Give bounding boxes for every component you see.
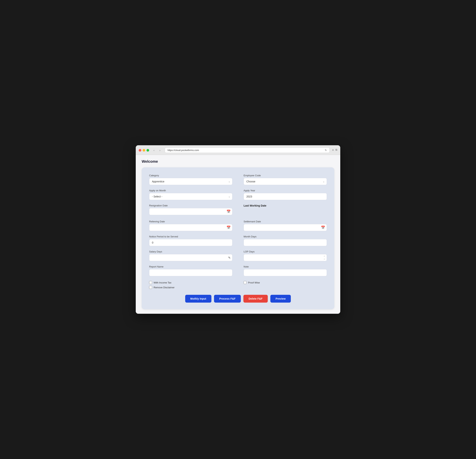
nav-buttons: ‹ › <box>151 148 162 153</box>
category-select-wrapper: Apprentice ⌄ <box>149 178 232 185</box>
with-income-tax-checkbox-item[interactable]: With Income Tax <box>149 281 232 284</box>
month-days-group: Month Days <box>244 235 327 246</box>
apply-year-group: Apply Year <box>244 189 327 200</box>
month-days-input[interactable] <box>244 239 327 246</box>
last-working-date-group: Last Working Date <box>244 204 327 216</box>
relieving-date-group: Relieving Date 📅 <box>149 220 232 231</box>
apply-month-group: Apply on Month - Select - ⌄ <box>149 189 232 200</box>
apply-month-select-wrapper: - Select - ⌄ <box>149 193 232 200</box>
remove-disclaimer-checkbox[interactable] <box>149 286 152 289</box>
preview-button[interactable]: Preview <box>270 295 291 303</box>
monthly-input-button[interactable]: Mothly Input <box>185 295 212 303</box>
with-income-tax-label: With Income Tax <box>153 281 171 284</box>
checkboxes-left-group: With Income Tax Remove Disclaimer <box>149 280 232 289</box>
notice-period-label: Notice Period to be Served <box>149 235 232 238</box>
resignation-date-group: Resignation Date 📅 <box>149 204 232 216</box>
note-input[interactable] <box>244 269 327 276</box>
forward-button[interactable]: › <box>157 148 162 153</box>
settlement-date-group: Settlemant Date 📅 <box>244 220 327 231</box>
note-group: Note <box>244 265 327 276</box>
checkboxes-left: With Income Tax Remove Disclaimer <box>149 281 232 289</box>
maximize-button[interactable] <box>146 149 149 152</box>
proof-wise-checkbox-item[interactable]: Proof Wise <box>244 281 327 284</box>
apply-year-label: Apply Year <box>244 189 327 192</box>
relieving-date-input[interactable] <box>149 224 232 231</box>
category-label: Category <box>149 174 232 177</box>
last-working-date-label: Last Working Date <box>244 204 327 207</box>
apply-year-input[interactable] <box>244 193 327 200</box>
refresh-icon[interactable]: ↻ <box>325 149 327 152</box>
browser-actions: + ⧉ <box>332 148 337 152</box>
salary-days-label: Salary Days <box>149 250 232 253</box>
salary-days-wrapper: ✎ <box>149 254 232 261</box>
category-group: Category Apprentice ⌄ <box>149 174 232 185</box>
checkboxes-right: Proof Wise <box>244 281 327 284</box>
employee-code-label: Employee Code <box>244 174 327 177</box>
report-name-group: Report Name <box>149 265 232 276</box>
form-card: Category Apprentice ⌄ Employee Code Choo… <box>142 167 334 309</box>
remove-disclaimer-checkbox-item[interactable]: Remove Disclaimer <box>149 286 232 289</box>
back-button[interactable]: ‹ <box>151 148 157 153</box>
copy-window-icon[interactable]: ⧉ <box>335 148 337 152</box>
lop-days-wrapper: ⌃ ⌄ <box>244 254 327 261</box>
proof-wise-checkbox[interactable] <box>244 281 246 284</box>
browser-chrome: ‹ › https://cloud.pockethrms.com ↻ + ⧉ <box>136 145 340 155</box>
process-ff-button[interactable]: Process F&F <box>214 295 241 303</box>
with-income-tax-checkbox[interactable] <box>149 281 152 284</box>
url-text: https://cloud.pockethrms.com <box>168 149 199 152</box>
checkboxes-right-group: Proof Wise <box>244 280 327 289</box>
minimize-button[interactable] <box>143 149 145 152</box>
notice-period-input[interactable] <box>149 239 232 246</box>
settlement-date-wrapper: 📅 <box>244 224 327 231</box>
lop-days-label: LOP Days <box>244 250 327 253</box>
employee-code-group: Employee Code Choose ⌄ <box>244 174 327 185</box>
salary-days-input[interactable] <box>149 254 232 261</box>
page-title: Welcome <box>142 159 334 164</box>
category-select[interactable]: Apprentice <box>149 178 232 185</box>
employee-code-select[interactable]: Choose <box>244 178 327 185</box>
traffic-lights <box>139 149 149 152</box>
apply-month-select[interactable]: - Select - <box>149 193 232 200</box>
salary-days-group: Salary Days ✎ <box>149 250 232 261</box>
lop-days-input[interactable] <box>244 254 327 261</box>
buttons-row: Mothly Input Process F&F Delete F&F Prev… <box>149 295 327 303</box>
form-grid: Category Apprentice ⌄ Employee Code Choo… <box>149 174 327 289</box>
address-bar[interactable]: https://cloud.pockethrms.com ↻ <box>165 148 330 153</box>
apply-month-label: Apply on Month <box>149 189 232 192</box>
proof-wise-label: Proof Wise <box>248 281 260 284</box>
settlement-date-input[interactable] <box>244 224 327 231</box>
resignation-date-label: Resignation Date <box>149 204 232 207</box>
lop-days-group: LOP Days ⌃ ⌄ <box>244 250 327 261</box>
relieving-date-label: Relieving Date <box>149 220 232 223</box>
settlement-date-label: Settlemant Date <box>244 220 327 223</box>
delete-ff-button[interactable]: Delete F&F <box>243 295 268 303</box>
remove-disclaimer-label: Remove Disclaimer <box>153 286 175 289</box>
page-content: Welcome Category Apprentice ⌄ Employee C… <box>136 155 340 314</box>
browser-window: ‹ › https://cloud.pockethrms.com ↻ + ⧉ W… <box>136 145 340 314</box>
report-name-label: Report Name <box>149 265 232 268</box>
notice-period-group: Notice Period to be Served <box>149 235 232 246</box>
employee-code-select-wrapper: Choose ⌄ <box>244 178 327 185</box>
relieving-date-wrapper: 📅 <box>149 224 232 231</box>
month-days-label: Month Days <box>244 235 327 238</box>
new-tab-icon[interactable]: + <box>332 148 334 152</box>
resignation-date-input[interactable] <box>149 208 232 215</box>
report-name-input[interactable] <box>149 269 232 276</box>
note-label: Note <box>244 265 327 268</box>
close-button[interactable] <box>139 149 141 152</box>
resignation-date-wrapper: 📅 <box>149 208 232 215</box>
